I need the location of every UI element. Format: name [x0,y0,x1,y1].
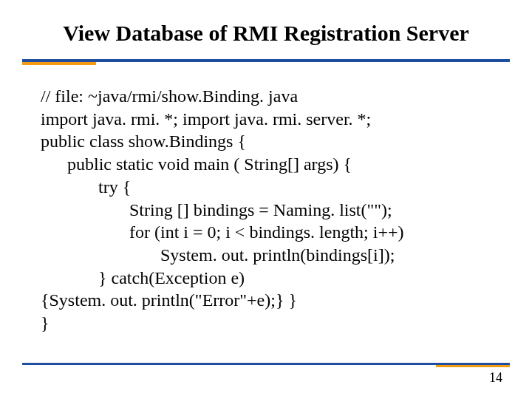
code-line: {System. out. println("Error"+e);} } [41,289,499,312]
code-line: import java. rmi. *; import java. rmi. s… [41,108,499,131]
code-line: public class show.Bindings { [41,130,499,153]
slide: View Database of RMI Registration Server… [0,0,532,399]
code-line: public static void main ( String[] args)… [41,153,499,176]
code-block: // file: ~java/rmi/show.Binding. java im… [41,85,499,335]
divider-bottom-accent [436,365,510,367]
code-line: // file: ~java/rmi/show.Binding. java [41,85,499,108]
code-line: String [] bindings = Naming. list(""); [41,199,499,222]
page-title: View Database of RMI Registration Server [0,21,532,46]
code-line: } catch(Exception e) [41,267,499,290]
divider-top-accent [22,62,96,65]
page-number: 14 [489,370,502,386]
code-line: try { [41,176,499,199]
code-line: for (int i = 0; i < bindings. length; i+… [41,221,499,244]
code-line: System. out. println(bindings[i]); [41,244,499,267]
code-line: } [41,312,499,335]
